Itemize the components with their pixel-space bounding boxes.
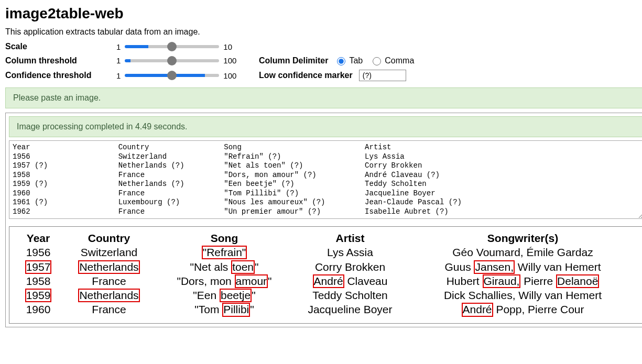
col-threshold-row: Column threshold 1 100 Column Delimiter … [5,56,642,65]
lowconf-input[interactable] [359,70,406,81]
preview-cell: Jacqueline Boyer [292,302,408,316]
preview-h-year: Year [15,231,62,245]
preview-cell: Netherlands [62,288,156,302]
conf-min: 1 [116,71,121,80]
preview-cell: Dick Schallies, Willy van Hemert [408,288,638,302]
preview-row: 1956Switzerland"Refrain"Lys AssiaGéo Vou… [15,245,638,259]
preview-header: Year Country Song Artist Songwriter(s) [15,231,638,245]
delimiter-label: Column Delimiter [259,56,328,65]
preview-cell: "Net als toen" [156,260,292,274]
preview-cell: André Claveau [292,274,408,288]
preview-h-song: Song [156,231,292,245]
preview-cell: 1956 [15,245,62,259]
delimiter-tab-label: Tab [349,56,363,65]
preview-h-country: Country [62,231,156,245]
preview-cell: 1960 [15,302,62,316]
preview-cell: "Tom Pillibi" [156,302,292,316]
preview-h-sw: Songwriter(s) [408,231,638,245]
preview-cell: France [62,302,156,316]
preview-row: 1959Netherlands"Een beetje"Teddy Scholte… [15,288,638,302]
preview-cell: "Een beetje" [156,288,292,302]
scale-slider[interactable] [125,45,219,48]
col-threshold-label: Column threshold [5,56,110,65]
preview-cell: Guus Jansen, Willy van Hemert [408,260,638,274]
conf-threshold-slider[interactable] [125,74,219,77]
preview-cell: "Refrain" [156,245,292,259]
preview-cell: France [62,274,156,288]
preview-cell: Lys Assia [292,245,408,259]
image-preview: Year Country Song Artist Songwriter(s) 1… [9,226,642,324]
preview-cell: André Popp, Pierre Cour [408,302,638,316]
preview-h-artist: Artist [292,231,408,245]
paste-banner: Please paste an image. [5,87,642,108]
scale-row: Scale 1 10 [5,42,642,51]
preview-row: 1960France"Tom Pillibi"Jacqueline BoyerA… [15,302,638,316]
conf-max: 100 [223,71,236,80]
preview-cell: 1959 [15,288,62,302]
preview-cell: Géo Voumard, Émile Gardaz [408,245,638,259]
conf-threshold-row: Confidence threshold 1 100 Low confidenc… [5,70,642,81]
col-max: 100 [223,56,236,65]
col-min: 1 [116,56,121,65]
description: This application extracts tabular data f… [5,27,642,37]
output-textarea[interactable] [9,140,642,219]
preview-cell: Netherlands [62,260,156,274]
preview-cell: Hubert Giraud, Pierre Delanoë [408,274,638,288]
preview-cell: 1957 [15,260,62,274]
preview-cell: Teddy Scholten [292,288,408,302]
delimiter-tab-radio[interactable] [337,57,345,65]
delimiter-group: Tab Comma [334,56,414,65]
preview-row: 1958France"Dors, mon amour"André Claveau… [15,274,638,288]
scale-max: 10 [223,42,232,51]
lowconf-label: Low confidence marker [259,71,353,80]
preview-cell: Corry Brokken [292,260,408,274]
col-threshold-slider[interactable] [125,59,219,62]
preview-row: 1957Netherlands"Net als toen"Corry Brokk… [15,260,638,274]
preview-cell: Switzerland [62,245,156,259]
result-panel: Image processing completed in 4.49 secon… [5,113,642,327]
delimiter-comma-radio[interactable] [373,57,381,65]
page-title: image2table-web [5,5,642,22]
controls: Scale 1 10 Column threshold 1 100 Column… [5,42,642,81]
conf-threshold-label: Confidence threshold [5,71,110,80]
preview-cell: 1958 [15,274,62,288]
status-banner: Image processing completed in 4.49 secon… [9,116,642,137]
delimiter-comma-label: Comma [385,56,414,65]
scale-min: 1 [116,42,121,51]
scale-label: Scale [5,42,110,51]
preview-cell: "Dors, mon amour" [156,274,292,288]
